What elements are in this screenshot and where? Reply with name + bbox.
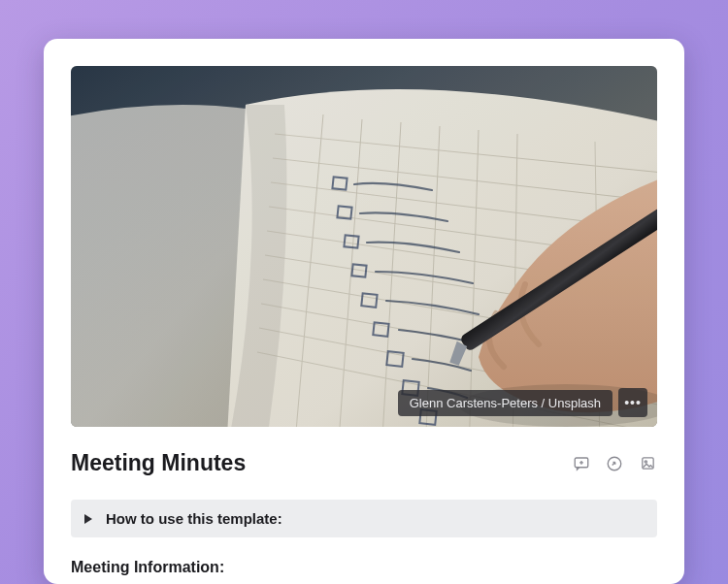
document-card: Glenn Carstens-Peters / Unsplash ••• Mee… bbox=[44, 39, 684, 584]
cover-attribution: Glenn Carstens-Peters / Unsplash ••• bbox=[398, 388, 647, 417]
svg-point-34 bbox=[645, 461, 646, 463]
title-actions bbox=[572, 454, 657, 473]
cover-settings-button[interactable] bbox=[638, 454, 657, 473]
notebook-photo-illustration bbox=[71, 66, 657, 427]
share-icon bbox=[606, 455, 623, 472]
how-to-use-callout[interactable]: How to use this template: bbox=[71, 500, 657, 537]
more-icon: ••• bbox=[624, 396, 642, 409]
title-row: Meeting Minutes bbox=[71, 450, 657, 476]
comment-plus-icon bbox=[573, 455, 590, 472]
attribution-text: Glenn Carstens-Peters / Unsplash bbox=[398, 390, 612, 416]
svg-rect-30 bbox=[71, 66, 657, 427]
image-icon bbox=[640, 455, 656, 471]
share-button[interactable] bbox=[605, 454, 624, 473]
cover-image[interactable]: Glenn Carstens-Peters / Unsplash ••• bbox=[71, 66, 657, 427]
add-comment-button[interactable] bbox=[572, 454, 591, 473]
page-title[interactable]: Meeting Minutes bbox=[71, 450, 246, 476]
cover-more-button[interactable]: ••• bbox=[618, 388, 647, 417]
expand-triangle-icon bbox=[84, 514, 92, 524]
callout-label: How to use this template: bbox=[106, 510, 282, 527]
meeting-info-heading[interactable]: Meeting Information: bbox=[71, 559, 657, 576]
